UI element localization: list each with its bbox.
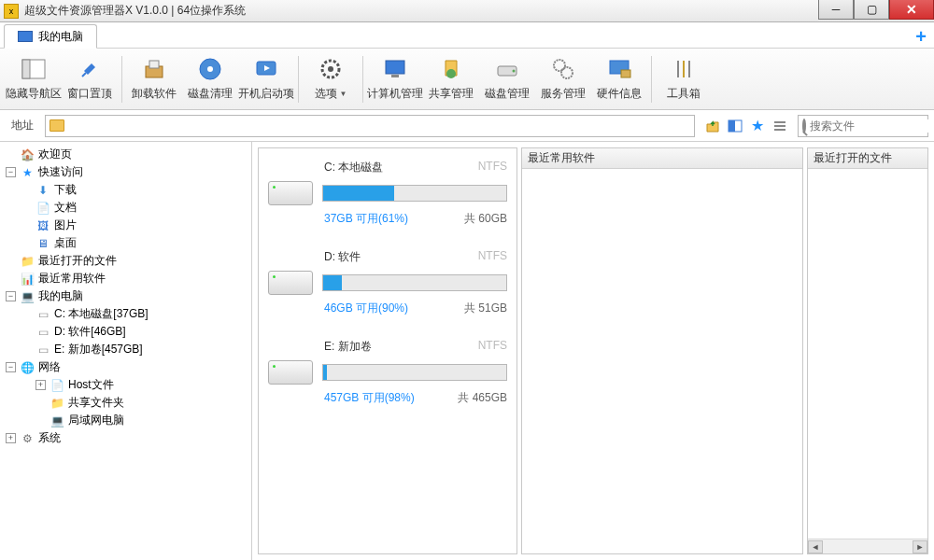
tree-desktop[interactable]: 🖥桌面 [2, 234, 249, 252]
tab-my-computer[interactable]: 我的电脑 [4, 24, 97, 49]
main-area: 🏠欢迎页 −★快速访问 ⬇下载 📄文档 🖼图片 🖥桌面 📁最近打开的文件 📊最近… [0, 142, 934, 560]
disk-clean-icon [197, 56, 223, 82]
nav-tree: 🏠欢迎页 −★快速访问 ⬇下载 📄文档 🖼图片 🖥桌面 📁最近打开的文件 📊最近… [0, 142, 252, 560]
svg-rect-4 [149, 61, 159, 68]
tree-drive-d[interactable]: ▭D: 软件[46GB] [2, 323, 249, 341]
minimize-button[interactable]: ─ [818, 0, 854, 20]
panel-header: 最近常用软件 [522, 148, 802, 169]
drive-fs: NTFS [478, 339, 507, 355]
window-title: 超级文件资源管理器X V1.0.0 | 64位操作系统 [24, 3, 246, 19]
gear-icon [318, 56, 344, 82]
window-controls: ─ ▢ ✕ [818, 0, 934, 20]
tree-welcome[interactable]: 🏠欢迎页 [2, 146, 249, 163]
tree-pictures[interactable]: 🖼图片 [2, 217, 249, 234]
share-icon [438, 56, 464, 82]
monitor-icon [382, 56, 408, 82]
tree-downloads[interactable]: ⬇下载 [2, 181, 249, 199]
up-folder-icon[interactable] [704, 118, 721, 134]
drive-usage-bar [322, 274, 507, 291]
drive-usage-bar [322, 185, 507, 202]
files-body: ◄ ► [808, 169, 927, 553]
tab-label: 我的电脑 [38, 29, 83, 45]
share-mgmt-button[interactable]: 共享管理 [423, 51, 479, 107]
split-view-icon[interactable] [727, 118, 743, 134]
service-mgmt-button[interactable]: 服务管理 [535, 51, 591, 107]
search-box[interactable]: × [798, 115, 928, 137]
tree-lan[interactable]: 💻局域网电脑 [2, 412, 249, 429]
tree-my-computer[interactable]: −💻我的电脑 [2, 287, 249, 305]
drives-panel: C: 本地磁盘NTFS 37GB 可用(61%)共 60GB D: 软件NTFS… [258, 147, 517, 554]
tree-recent-files[interactable]: 📁最近打开的文件 [2, 252, 249, 270]
drive-name: E: 新加卷 [324, 339, 372, 355]
tree-drive-c[interactable]: ▭C: 本地磁盘[37GB] [2, 305, 249, 323]
folder-icon [50, 119, 64, 132]
startup-button[interactable]: 开机启动项 [238, 51, 294, 107]
address-input[interactable] [45, 115, 695, 137]
tree-system[interactable]: +⚙系统 [2, 429, 249, 447]
tab-bar: 我的电脑 + [0, 22, 934, 49]
drive-free: 46GB 可用(90%) [324, 301, 408, 316]
drive-total: 共 51GB [464, 301, 507, 316]
close-button[interactable]: ✕ [889, 0, 934, 20]
disk-clean-button[interactable]: 磁盘清理 [182, 51, 238, 107]
pin-icon [77, 56, 103, 82]
svg-rect-1 [22, 60, 30, 78]
tools-icon [671, 56, 697, 82]
hide-nav-button[interactable]: 隐藏导航区 [6, 51, 62, 107]
svg-rect-10 [386, 61, 404, 74]
svg-line-2 [82, 73, 86, 77]
scroll-left-button[interactable]: ◄ [808, 540, 823, 553]
svg-point-9 [328, 66, 333, 72]
horizontal-scrollbar[interactable]: ◄ ► [808, 539, 927, 553]
drive-item[interactable]: D: 软件NTFS 46GB 可用(90%)共 51GB [268, 249, 507, 316]
uninstall-icon [141, 56, 167, 82]
hardware-info-button[interactable]: 硬件信息 [591, 51, 647, 107]
toolbox-button[interactable]: 工具箱 [656, 51, 712, 107]
computer-mgmt-button[interactable]: 计算机管理 [367, 51, 423, 107]
options-button[interactable]: 选项▼ [303, 51, 359, 107]
tree-recent-software[interactable]: 📊最近常用软件 [2, 270, 249, 287]
startup-icon [253, 56, 279, 82]
drive-fs: NTFS [478, 249, 507, 265]
disk-icon [494, 56, 520, 82]
drive-icon [268, 360, 313, 385]
app-icon: x [4, 4, 19, 19]
tree-documents[interactable]: 📄文档 [2, 199, 249, 217]
tree-hosts[interactable]: +📄Host文件 [2, 376, 249, 394]
disk-mgmt-button[interactable]: 磁盘管理 [479, 51, 535, 107]
drive-item[interactable]: C: 本地磁盘NTFS 37GB 可用(61%)共 60GB [268, 160, 507, 227]
svg-point-16 [561, 67, 573, 78]
svg-rect-23 [729, 120, 735, 132]
drive-name: C: 本地磁盘 [324, 160, 383, 175]
uninstall-button[interactable]: 卸载软件 [126, 51, 182, 107]
drive-icon [268, 181, 313, 205]
drive-name: D: 软件 [324, 249, 361, 265]
hardware-icon [606, 56, 632, 82]
separator [651, 56, 652, 103]
favorite-icon[interactable]: ★ [749, 118, 766, 134]
drive-fs: NTFS [478, 160, 507, 175]
address-bar: 地址 ★ × [0, 110, 934, 142]
search-icon [802, 119, 806, 133]
toolbar: 隐藏导航区 窗口置顶 卸载软件 磁盘清理 开机启动项 选项▼ 计算机管理 共享管… [0, 49, 934, 110]
svg-rect-11 [391, 75, 399, 77]
svg-point-12 [446, 69, 456, 78]
recent-software-panel: 最近常用软件 [521, 147, 803, 554]
panel-icon [21, 56, 47, 82]
address-tools: ★ [700, 118, 792, 134]
tree-shares[interactable]: 📁共享文件夹 [2, 394, 249, 412]
separator [121, 56, 122, 103]
computer-icon [18, 31, 33, 42]
tree-quick-access[interactable]: −★快速访问 [2, 163, 249, 181]
search-input[interactable] [810, 119, 934, 133]
separator [362, 56, 363, 103]
scroll-right-button[interactable]: ► [913, 540, 927, 553]
maximize-button[interactable]: ▢ [854, 0, 889, 20]
pin-window-button[interactable]: 窗口置顶 [62, 51, 118, 107]
new-tab-button[interactable]: + [915, 26, 927, 48]
tree-drive-e[interactable]: ▭E: 新加卷[457GB] [2, 341, 249, 358]
menu-icon[interactable] [771, 118, 788, 134]
tree-network[interactable]: −🌐网络 [2, 358, 249, 376]
recent-files-panel: 最近打开的文件 ◄ ► [807, 147, 928, 554]
drive-item[interactable]: E: 新加卷NTFS 457GB 可用(98%)共 465GB [268, 339, 507, 406]
